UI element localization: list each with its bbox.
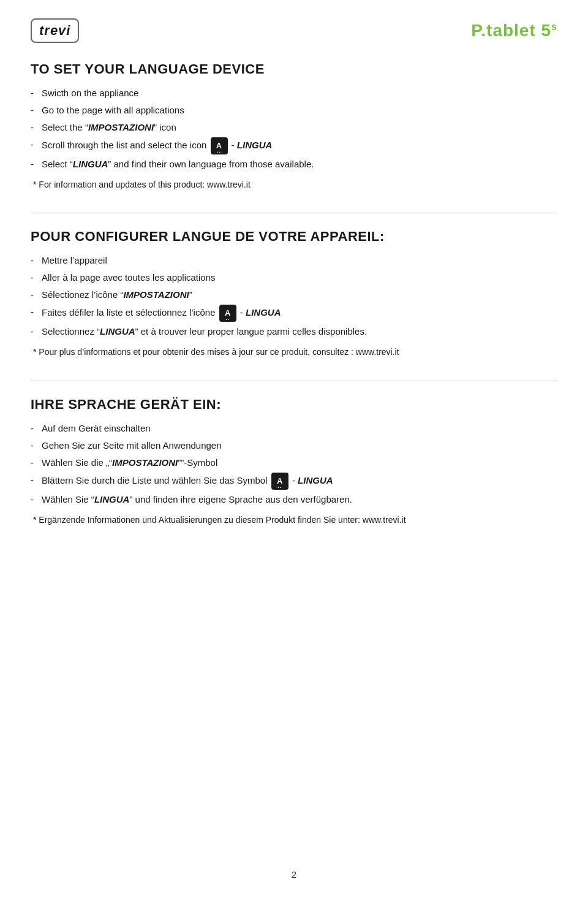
product-name: P.tablet 5s [471, 21, 557, 40]
divider-1 [31, 213, 557, 213]
section-title-english: TO SET YOUR LANGUAGE DEVICE [31, 61, 557, 77]
page-number: 2 [292, 869, 296, 880]
product-name-text: P.tablet 5 [471, 21, 551, 40]
lingua-icon: A [211, 137, 228, 154]
divider-2 [31, 381, 557, 381]
list-item: Faites défiler la liste et sélectionnez … [31, 305, 557, 322]
product-superscript: s [551, 21, 557, 32]
section-title-french: POUR CONFIGURER LANGUE DE VOTRE APPAREIL… [31, 229, 557, 245]
page-header: trevi P.tablet 5s [31, 18, 557, 43]
list-item: Wählen Sie die „“IMPOSTAZIONI””-Symbol [31, 455, 557, 470]
list-item: Selectionnez “LINGUA” et à trouver leur … [31, 324, 557, 339]
bullet-list-english: Swicth on the appliance Go to the page w… [31, 86, 557, 172]
list-item: Sélectionez l’icône “IMPOSTAZIONI” [31, 287, 557, 302]
lingua-icon: A [219, 305, 236, 322]
logo-text: trevi [39, 23, 70, 38]
list-item: Scroll through the list and select the i… [31, 137, 557, 154]
note-german: * Ergänzende Informationen und Aktualisi… [31, 513, 557, 527]
list-item: Go to the page with all applications [31, 103, 557, 118]
page-container: trevi P.tablet 5s TO SET YOUR LANGUAGE D… [0, 0, 588, 898]
lingua-icon: A [271, 473, 288, 490]
logo: trevi [31, 18, 79, 43]
section-german: IHRE SPRACHE GERÄT EIN: Auf dem Gerät ei… [31, 397, 557, 527]
list-item: Wählen Sie “LINGUA” und finden ihre eige… [31, 492, 557, 507]
list-item: Aller à la page avec toutes les applicat… [31, 270, 557, 285]
section-french: POUR CONFIGURER LANGUE DE VOTRE APPAREIL… [31, 229, 557, 359]
section-title-german: IHRE SPRACHE GERÄT EIN: [31, 397, 557, 413]
note-french: * Pour plus d’informations et pour obten… [31, 345, 557, 359]
list-item: Swicth on the appliance [31, 86, 557, 101]
bullet-list-german: Auf dem Gerät einschalten Gehen Sie zur … [31, 421, 557, 507]
section-english: TO SET YOUR LANGUAGE DEVICE Swicth on th… [31, 61, 557, 191]
list-item: Gehen Sie zur Seite mit allen Anwendunge… [31, 438, 557, 453]
list-item: Blättern Sie durch die Liste und wählen … [31, 473, 557, 490]
list-item: Select the “IMPOSTAZIONI” icon [31, 120, 557, 135]
bullet-list-french: Mettre l’appareil Aller à la page avec t… [31, 253, 557, 339]
list-item: Mettre l’appareil [31, 253, 557, 268]
list-item: Select “LINGUA” and find their own langu… [31, 157, 557, 172]
list-item: Auf dem Gerät einschalten [31, 421, 557, 436]
note-english: * For information and updates of this pr… [31, 178, 557, 191]
